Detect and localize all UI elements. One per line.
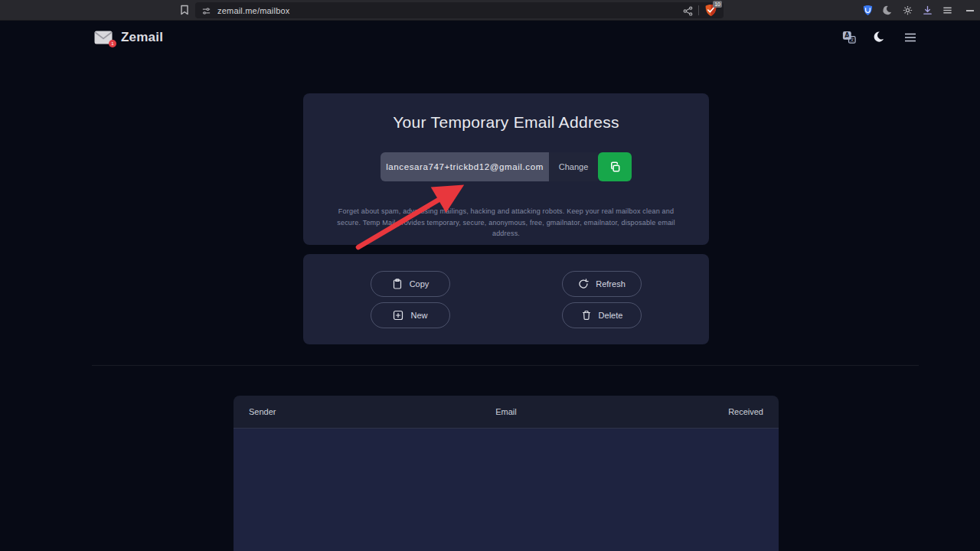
ublock-extension-icon[interactable] bbox=[862, 5, 874, 16]
temp-email-card: Your Temporary Email Address Change Forg… bbox=[303, 93, 709, 245]
column-header-email: Email bbox=[413, 407, 599, 416]
adguard-extension-icon[interactable]: 10 bbox=[704, 4, 717, 17]
section-divider bbox=[92, 365, 919, 366]
column-header-received: Received bbox=[599, 407, 779, 416]
bookmark-icon[interactable] bbox=[178, 4, 191, 16]
downloads-icon[interactable] bbox=[922, 5, 933, 16]
inbox-table-body bbox=[234, 429, 779, 551]
plus-square-icon bbox=[393, 310, 403, 321]
page-title: Your Temporary Email Address bbox=[303, 113, 709, 132]
browser-toolbar: zemail.me/mailbox 10 bbox=[0, 0, 980, 21]
column-header-sender: Sender bbox=[234, 407, 413, 416]
service-description: Forget about spam, advertising mailings,… bbox=[329, 206, 683, 240]
brand[interactable]: 1 Zemail bbox=[94, 30, 163, 45]
clipboard-icon bbox=[392, 279, 403, 289]
new-address-button[interactable]: New bbox=[371, 302, 450, 328]
copy-button[interactable]: Copy bbox=[371, 271, 450, 297]
svg-text:文: 文 bbox=[850, 37, 854, 42]
share-icon[interactable] bbox=[683, 5, 693, 15]
temp-email-input[interactable] bbox=[381, 152, 549, 181]
delete-button[interactable]: Delete bbox=[562, 302, 642, 328]
trash-icon bbox=[581, 310, 592, 321]
refresh-icon bbox=[578, 279, 589, 289]
adguard-badge-count: 10 bbox=[713, 1, 722, 8]
url-text[interactable]: zemail.me/mailbox bbox=[217, 6, 683, 15]
refresh-button[interactable]: Refresh bbox=[562, 271, 642, 297]
brand-name[interactable]: Zemail bbox=[121, 30, 163, 45]
site-permissions-icon[interactable] bbox=[201, 5, 211, 15]
change-email-button[interactable]: Change bbox=[549, 152, 598, 181]
extensions-gear-icon[interactable] bbox=[902, 5, 913, 16]
copy-icon bbox=[609, 161, 622, 174]
minimize-window-icon[interactable] bbox=[966, 10, 974, 11]
envelope-logo-icon: 1 bbox=[94, 31, 113, 44]
site-menu-icon[interactable] bbox=[903, 31, 917, 44]
email-row: Change bbox=[381, 152, 632, 181]
browser-menu-icon[interactable] bbox=[942, 5, 953, 16]
darkreader-extension-icon[interactable] bbox=[882, 5, 893, 16]
dark-mode-moon-icon[interactable] bbox=[873, 31, 887, 44]
url-bar[interactable]: zemail.me/mailbox 10 bbox=[195, 2, 724, 18]
site-header: 1 Zemail A 文 bbox=[0, 21, 980, 54]
toolbar-divider bbox=[698, 5, 699, 15]
inbox-table-header: Sender Email Received bbox=[234, 396, 779, 429]
unread-badge: 1 bbox=[109, 40, 116, 47]
actions-card: Copy Refresh New Delete bbox=[303, 254, 709, 344]
copy-email-button[interactable] bbox=[598, 152, 632, 181]
inbox-table: Sender Email Received bbox=[234, 396, 779, 551]
language-translate-icon[interactable]: A 文 bbox=[842, 31, 856, 44]
